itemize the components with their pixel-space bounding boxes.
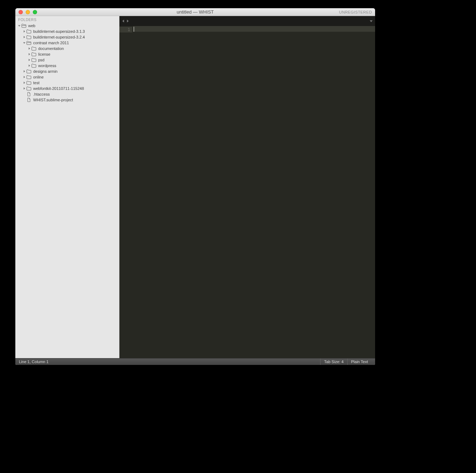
- disclosure-icon[interactable]: [27, 64, 31, 67]
- nav-forward-icon[interactable]: [126, 18, 129, 24]
- tree-folder[interactable]: buildinternet-supersized-3.1.3: [15, 29, 119, 34]
- folder-tree: webbuildinternet-supersized-3.1.3buildin…: [15, 23, 119, 105]
- folder-icon: [26, 86, 32, 91]
- active-line-highlight: [133, 26, 375, 32]
- tree-folder[interactable]: online: [15, 74, 119, 80]
- titlebar: untitled — WHIST UNREGISTERED: [15, 8, 375, 16]
- unregistered-label: UNREGISTERED: [339, 10, 372, 14]
- tree-folder[interactable]: wordpress: [15, 63, 119, 68]
- folder-icon: [31, 57, 37, 62]
- traffic-lights: [19, 10, 37, 14]
- folder-icon: [26, 35, 32, 40]
- zoom-button[interactable]: [33, 10, 37, 14]
- disclosure-icon[interactable]: [22, 41, 26, 45]
- tree-folder[interactable]: web: [15, 23, 119, 29]
- tree-folder[interactable]: buildinternet-supersized-3.2.4: [15, 34, 119, 40]
- line-gutter: 1: [119, 26, 133, 358]
- tree-item-label: WHIST.sublime-project: [33, 98, 73, 102]
- file-icon: [26, 92, 32, 97]
- folder-icon: [26, 75, 32, 80]
- folder-open-icon: [21, 23, 27, 28]
- disclosure-icon[interactable]: [17, 24, 21, 27]
- sidebar-header: FOLDERS: [15, 16, 119, 23]
- tree-item-label: license: [38, 52, 50, 56]
- tree-item-label: wordpress: [38, 63, 56, 68]
- tree-item-label: web: [28, 24, 35, 28]
- file-icon: [26, 97, 32, 102]
- folder-icon: [31, 52, 37, 57]
- tree-item-label: .htaccess: [33, 92, 50, 96]
- folder-icon: [26, 29, 32, 34]
- text-cursor: [134, 27, 134, 32]
- disclosure-icon[interactable]: [27, 58, 31, 62]
- folder-icon: [31, 63, 37, 68]
- disclosure-icon[interactable]: [22, 30, 26, 33]
- tree-item-label: buildinternet-supersized-3.1.3: [33, 29, 85, 34]
- sidebar: FOLDERS webbuildinternet-supersized-3.1.…: [15, 16, 119, 358]
- disclosure-icon[interactable]: [22, 81, 26, 85]
- tree-folder[interactable]: documentation: [15, 46, 119, 51]
- disclosure-icon[interactable]: [27, 52, 31, 56]
- tree-file[interactable]: WHIST.sublime-project: [15, 97, 119, 103]
- tree-folder[interactable]: psd: [15, 57, 119, 63]
- tab-history-nav: [122, 18, 129, 24]
- tree-folder[interactable]: designs armin: [15, 68, 119, 74]
- tree-item-label: documentation: [38, 46, 64, 51]
- tree-file[interactable]: .htaccess: [15, 91, 119, 97]
- tree-item-label: online: [33, 75, 43, 79]
- disclosure-icon[interactable]: [22, 75, 26, 79]
- tree-item-label: contrast march 2011: [33, 41, 69, 45]
- tree-item-label: designs armin: [33, 69, 57, 73]
- folder-icon: [26, 69, 32, 74]
- text-area[interactable]: [133, 26, 375, 358]
- nav-back-icon[interactable]: [122, 18, 125, 24]
- minimize-button[interactable]: [26, 10, 30, 14]
- tree-item-label: buildinternet-supersized-3.2.4: [33, 35, 85, 39]
- disclosure-icon[interactable]: [22, 35, 26, 39]
- tree-folder[interactable]: license: [15, 51, 119, 57]
- close-button[interactable]: [19, 10, 23, 14]
- disclosure-icon[interactable]: [22, 87, 26, 90]
- line-number: 1: [119, 27, 132, 32]
- tree-item-label: test: [33, 81, 40, 85]
- tree-folder[interactable]: test: [15, 80, 119, 86]
- tree-folder[interactable]: webfontkit-20110711-115248: [15, 86, 119, 91]
- app-window: untitled — WHIST UNREGISTERED FOLDERS we…: [15, 8, 375, 365]
- folder-open-icon: [26, 40, 32, 45]
- tree-folder[interactable]: contrast march 2011: [15, 40, 119, 46]
- status-cursor-position[interactable]: Line 1, Column 1: [19, 358, 52, 365]
- code-editor[interactable]: 1: [119, 26, 375, 358]
- tab-bar: [119, 16, 375, 26]
- disclosure-icon[interactable]: [27, 47, 31, 50]
- status-tab-size[interactable]: Tab Size: 4: [320, 358, 347, 365]
- disclosure-icon: [22, 92, 26, 96]
- tree-item-label: webfontkit-20110711-115248: [33, 86, 84, 91]
- disclosure-icon[interactable]: [22, 70, 26, 73]
- disclosure-icon: [22, 98, 26, 102]
- status-bar: Line 1, Column 1 Tab Size: 4 Plain Text: [15, 358, 375, 365]
- tree-item-label: psd: [38, 58, 45, 62]
- window-title: untitled — WHIST: [15, 9, 375, 15]
- tab-dropdown-icon[interactable]: [369, 18, 373, 24]
- status-syntax[interactable]: Plain Text: [347, 358, 372, 365]
- folder-icon: [31, 46, 37, 51]
- folder-icon: [26, 80, 32, 85]
- editor-pane: 1: [119, 16, 375, 358]
